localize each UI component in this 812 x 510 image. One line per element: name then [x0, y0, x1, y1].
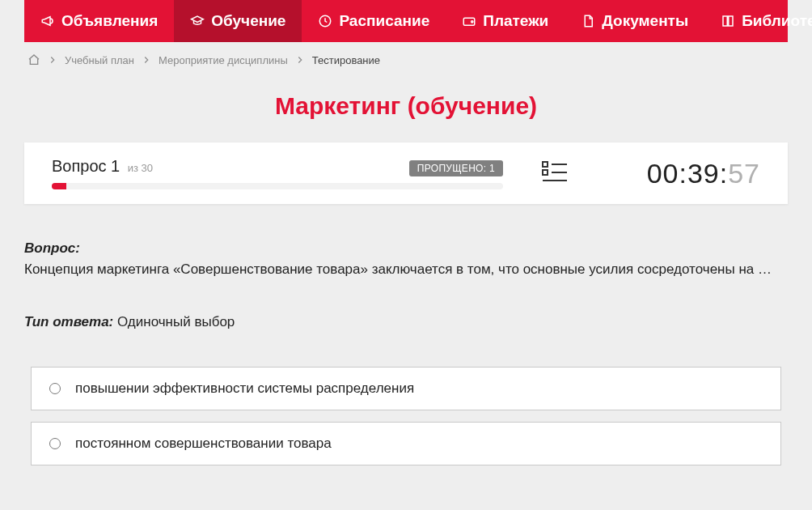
svg-rect-3 — [543, 162, 548, 167]
answer-option[interactable]: постоянном совершенствовании товара — [31, 422, 781, 465]
nav-label: Объявления — [61, 12, 158, 30]
top-nav: Объявления Обучение Расписание Платежи Д… — [24, 0, 788, 42]
breadcrumb-current: Тестирование — [312, 54, 380, 66]
nav-library[interactable]: Библиотека — [704, 0, 812, 42]
answer-text: постоянном совершенствовании товара — [75, 436, 332, 452]
progress-fill — [52, 183, 66, 189]
status-left: Вопрос 1 из 30 ПРОПУЩЕНО: 1 — [52, 157, 503, 189]
list-icon — [542, 160, 568, 183]
answer-option[interactable]: повышении эффективности системы распреде… — [31, 367, 781, 410]
clock-icon — [318, 14, 332, 28]
nav-label: Документы — [602, 12, 688, 30]
page-title: Маркетинг (обучение) — [24, 92, 788, 120]
nav-schedule[interactable]: Расписание — [302, 0, 446, 42]
answer-text: повышении эффективности системы распреде… — [75, 380, 414, 397]
breadcrumb: Учебный план Мероприятие дисциплины Тест… — [24, 42, 788, 78]
nav-label: Обучение — [211, 12, 285, 30]
progress-bar — [52, 183, 503, 189]
question-counter: Вопрос 1 из 30 — [52, 157, 153, 176]
graduation-icon — [190, 14, 205, 28]
status-card: Вопрос 1 из 30 ПРОПУЩЕНО: 1 — [24, 142, 788, 204]
answer-type-label: Тип ответа: — [24, 314, 113, 329]
answer-type-value: Одиночный выбор — [117, 314, 235, 329]
answer-radio[interactable] — [49, 438, 61, 449]
chevron-right-icon — [47, 54, 58, 66]
svg-rect-4 — [543, 170, 548, 175]
nav-documents[interactable]: Документы — [565, 0, 704, 42]
svg-point-2 — [472, 21, 473, 23]
question-number: Вопрос 1 — [52, 157, 120, 175]
megaphone-icon — [40, 14, 55, 28]
breadcrumb-link-event[interactable]: Мероприятие дисциплины — [159, 54, 288, 66]
nav-learning[interactable]: Обучение — [174, 0, 302, 42]
question-body: Вопрос: Концепция маркетинга «Совершенст… — [24, 238, 788, 333]
skipped-badge: ПРОПУЩЕНО: 1 — [409, 160, 503, 176]
home-icon[interactable] — [27, 53, 40, 66]
breadcrumb-link-plan[interactable]: Учебный план — [65, 54, 134, 66]
answer-list: повышении эффективности системы распреде… — [24, 367, 788, 465]
nav-label: Библиотека — [742, 12, 812, 30]
nav-payments[interactable]: Платежи — [446, 0, 565, 42]
nav-label: Платежи — [483, 12, 548, 30]
wallet-icon — [462, 14, 476, 28]
question-text: Концепция маркетинга «Совершенствование … — [24, 261, 772, 277]
chevron-right-icon — [141, 54, 152, 66]
nav-announcements[interactable]: Объявления — [24, 0, 174, 42]
timer-main: 00:39: — [647, 158, 729, 189]
question-label: Вопрос: — [24, 240, 80, 256]
nav-label: Расписание — [339, 12, 429, 30]
timer: 00:39:57 — [607, 158, 760, 189]
answer-radio[interactable] — [49, 383, 61, 394]
question-total: из 30 — [128, 162, 153, 174]
question-list-button[interactable] — [527, 160, 582, 186]
doc-icon — [581, 14, 595, 28]
book-icon — [721, 14, 735, 28]
chevron-right-icon — [294, 54, 306, 66]
timer-seconds: 57 — [728, 158, 760, 189]
